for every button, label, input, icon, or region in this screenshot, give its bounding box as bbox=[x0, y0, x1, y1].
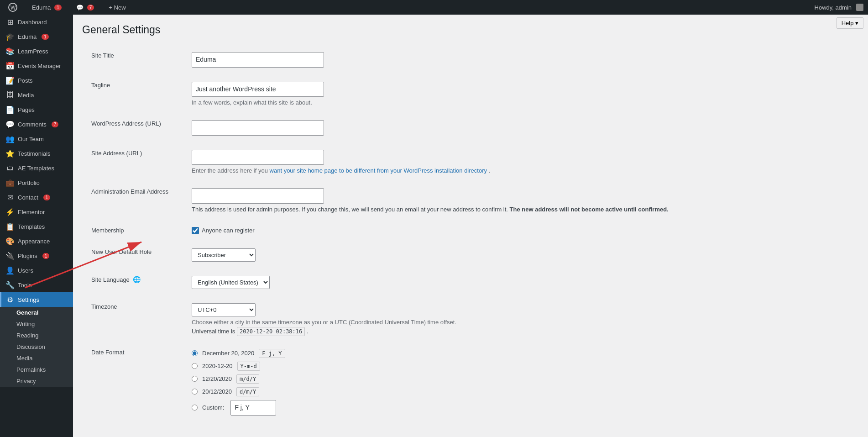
date-format-radio-df3[interactable] bbox=[192, 376, 198, 382]
date-format-code-df4: d/m/Y bbox=[236, 387, 259, 396]
howdy-text: Howdy, admin bbox=[815, 4, 852, 11]
date-format-radio-df1[interactable] bbox=[192, 350, 198, 356]
site-address-label: Site Address (URL) bbox=[91, 150, 142, 157]
sidebar-item-testimonials[interactable]: ⭐Testimonials bbox=[0, 146, 73, 161]
sidebar-label-media: Media bbox=[18, 92, 34, 99]
sidebar-item-tools[interactable]: 🔧Tools bbox=[0, 278, 73, 292]
sidebar-label-our-team: Our Team bbox=[18, 136, 44, 142]
sidebar-sub-permalinks[interactable]: Permalinks bbox=[0, 364, 73, 375]
admin-avatar bbox=[856, 4, 863, 11]
sidebar-label-ae-templates: AE Templates bbox=[18, 165, 54, 172]
sidebar-item-dashboard[interactable]: ⊞Dashboard bbox=[0, 15, 73, 29]
site-address-input[interactable] bbox=[192, 150, 324, 165]
new-user-role-select[interactable]: SubscriberContributorAuthorEditorAdminis… bbox=[192, 248, 256, 262]
timezone-description: Choose either a city in the same timezon… bbox=[192, 319, 854, 326]
adminbar-wp-logo[interactable]: W bbox=[5, 0, 21, 15]
date-format-radio-df2[interactable] bbox=[192, 363, 198, 369]
sidebar-label-plugins: Plugins bbox=[18, 253, 37, 259]
sidebar-item-elementor[interactable]: ⚡Elementor bbox=[0, 205, 73, 219]
svg-text:W: W bbox=[10, 5, 16, 11]
admin-email-note: This address is used for admin purposes.… bbox=[192, 206, 854, 213]
badge-contact: 1 bbox=[43, 195, 51, 200]
date-format-radio-df4[interactable] bbox=[192, 389, 198, 395]
site-badge: 1 bbox=[54, 5, 62, 11]
adminbar-site-name[interactable]: Eduma 1 bbox=[28, 0, 65, 15]
elementor-icon: ⚡ bbox=[6, 208, 14, 216]
site-address-description: Enter the address here if you want your … bbox=[192, 167, 854, 174]
site-language-label: Site Language 🌐 bbox=[91, 276, 141, 283]
adminbar-new[interactable]: + New bbox=[105, 0, 129, 15]
sidebar-item-templates[interactable]: 📋Templates bbox=[0, 219, 73, 234]
tagline-input[interactable] bbox=[192, 82, 324, 97]
templates-icon: 📋 bbox=[6, 222, 14, 231]
sidebar-label-posts: Posts bbox=[18, 77, 33, 84]
appearance-icon: 🎨 bbox=[6, 237, 14, 245]
sidebar-label-contact: Contact bbox=[18, 194, 38, 201]
sidebar-item-appearance[interactable]: 🎨Appearance bbox=[0, 234, 73, 248]
sidebar-item-portfolio[interactable]: 💼Portfolio bbox=[0, 175, 73, 190]
site-title-input[interactable] bbox=[192, 52, 324, 68]
comment-icon: 💬 bbox=[76, 4, 84, 11]
date-format-options: December 20, 2020F j, Y2020-12-20Y-m-d12… bbox=[192, 349, 854, 416]
sidebar-sub-reading[interactable]: Reading bbox=[0, 330, 73, 341]
sidebar-item-our-team[interactable]: 👥Our Team bbox=[0, 132, 73, 146]
sidebar-label-events-manager: Events Manager bbox=[18, 63, 61, 69]
sidebar-label-templates: Templates bbox=[18, 223, 45, 230]
site-address-link[interactable]: want your site home page to be different… bbox=[270, 167, 487, 174]
site-language-select[interactable]: English (United States)SpanishFrenchGerm… bbox=[192, 276, 270, 289]
ae-templates-icon: 🗂 bbox=[6, 164, 14, 172]
admin-email-input[interactable] bbox=[192, 188, 324, 204]
sidebar-sub-writing[interactable]: Writing bbox=[0, 318, 73, 330]
main-content: General Settings Site Title Tagline In a… bbox=[73, 15, 868, 437]
sidebar-item-events-manager[interactable]: 📅Events Manager bbox=[0, 58, 73, 73]
sidebar-sub-general[interactable]: General bbox=[0, 307, 73, 318]
tagline-description: In a few words, explain what this site i… bbox=[192, 99, 854, 106]
sidebar-label-tools: Tools bbox=[18, 282, 31, 289]
users-icon: 👤 bbox=[6, 266, 14, 274]
media-icon: 🖼 bbox=[6, 91, 14, 99]
testimonials-icon: ⭐ bbox=[6, 149, 14, 158]
sidebar-item-contact[interactable]: ✉Contact1 bbox=[0, 190, 73, 205]
new-user-role-label: New User Default Role bbox=[91, 248, 152, 255]
sidebar-label-appearance: Appearance bbox=[18, 238, 50, 245]
sidebar-item-ae-templates[interactable]: 🗂AE Templates bbox=[0, 161, 73, 175]
sidebar-sub-privacy[interactable]: Privacy bbox=[0, 375, 73, 387]
timezone-label: Timezone bbox=[91, 303, 117, 310]
dashboard-icon: ⊞ bbox=[6, 18, 14, 26]
membership-checkbox[interactable] bbox=[192, 227, 199, 234]
sidebar-item-posts[interactable]: 📝Posts bbox=[0, 73, 73, 88]
comment-badge: 7 bbox=[87, 5, 94, 11]
sidebar-item-settings[interactable]: ⚙Settings bbox=[0, 292, 73, 307]
sidebar-item-users[interactable]: 👤Users bbox=[0, 263, 73, 278]
comments-icon: 💬 bbox=[6, 120, 14, 128]
sidebar-label-dashboard: Dashboard bbox=[18, 19, 47, 26]
sidebar-item-eduma[interactable]: 🎓Eduma1 bbox=[0, 29, 73, 44]
date-format-row-df3: 12/20/2020m/d/Y bbox=[192, 374, 854, 384]
badge-eduma: 1 bbox=[42, 34, 49, 40]
membership-checkbox-label: Anyone can register bbox=[192, 227, 854, 234]
timezone-select[interactable]: UTC+0UTC-5UTC+1UTC+8 bbox=[192, 303, 256, 316]
page-title: General Settings bbox=[82, 24, 859, 36]
sidebar-sub-media[interactable]: Media bbox=[0, 353, 73, 364]
date-format-radio-df5[interactable] bbox=[192, 405, 198, 411]
universal-time: Universal time is 2020-12-20 02:38:16 . bbox=[192, 328, 854, 335]
sidebar-item-learnpress[interactable]: 📚LearnPress bbox=[0, 44, 73, 58]
sidebar-item-pages[interactable]: 📄Pages bbox=[0, 102, 73, 117]
sidebar-item-comments[interactable]: 💬Comments7 bbox=[0, 117, 73, 132]
sidebar-label-portfolio: Portfolio bbox=[18, 179, 40, 186]
tagline-label: Tagline bbox=[91, 82, 110, 89]
wp-address-input[interactable] bbox=[192, 120, 324, 136]
sidebar-sub-discussion[interactable]: Discussion bbox=[0, 341, 73, 353]
sidebar-item-plugins[interactable]: 🔌Plugins1 bbox=[0, 248, 73, 263]
help-button[interactable]: Help ▾ bbox=[837, 17, 863, 29]
date-format-label-df4: 20/12/2020 bbox=[202, 388, 232, 395]
sidebar: ⊞Dashboard🎓Eduma1📚LearnPress📅Events Mana… bbox=[0, 15, 73, 437]
sidebar-label-testimonials: Testimonials bbox=[18, 150, 51, 157]
our-team-icon: 👥 bbox=[6, 135, 14, 143]
translate-icon: 🌐 bbox=[133, 276, 141, 283]
date-format-custom-input[interactable] bbox=[230, 400, 276, 416]
sidebar-item-media[interactable]: 🖼Media bbox=[0, 88, 73, 102]
site-title-label: Site Title bbox=[91, 52, 114, 59]
adminbar-comments[interactable]: 💬 7 bbox=[73, 0, 98, 15]
date-format-row-df2: 2020-12-20Y-m-d bbox=[192, 362, 854, 371]
